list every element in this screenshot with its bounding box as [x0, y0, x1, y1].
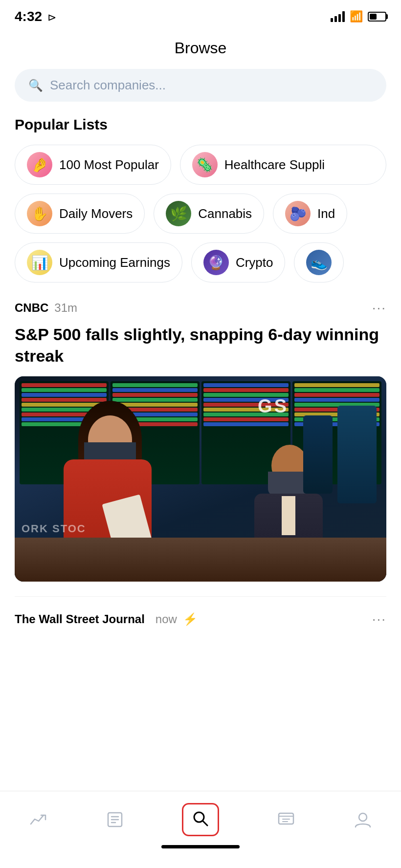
list-label-healthcare: Healthcare Suppli — [224, 157, 325, 173]
search-icon: 🔍 — [28, 79, 43, 92]
nav-item-profile[interactable] — [344, 806, 382, 833]
news-source-1: CNBC — [15, 301, 48, 315]
list-icon-healthcare: 🦠 — [192, 152, 218, 177]
search-highlight-box[interactable] — [182, 803, 219, 836]
news-image-scene: GS — [15, 376, 386, 582]
list-label-upcoming-earnings: Upcoming Earnings — [59, 255, 170, 270]
search-nav-icon — [191, 809, 210, 828]
battery-icon — [368, 12, 386, 22]
scene-sign: GS — [258, 396, 289, 417]
list-label-cannabis: Cannabis — [198, 206, 252, 221]
search-container: 🔍 Search companies... — [0, 69, 401, 116]
list-icon-crypto: 🔮 — [203, 250, 229, 275]
lightning-icon: ⚡ — [183, 612, 198, 626]
screen-right-1 — [337, 406, 377, 503]
watchlist-icon — [106, 810, 124, 829]
home-indicator-bar — [161, 845, 240, 848]
news-source-2: The Wall Street Journal — [15, 612, 145, 626]
nav-item-portfolio[interactable] — [19, 806, 57, 833]
lists-row-1: 🤌 100 Most Popular 🦠 Healthcare Suppli — [15, 145, 386, 185]
nav-items — [0, 799, 401, 840]
scene-text: ORK STOC — [22, 522, 86, 535]
search-input-placeholder[interactable]: Search companies... — [50, 78, 166, 93]
profile-icon — [354, 810, 372, 829]
news-time-2: now — [156, 612, 177, 626]
list-label-100-most-popular: 100 Most Popular — [59, 157, 159, 173]
news-item-1: CNBC 31m ··· S&P 500 falls slightly, sna… — [15, 300, 386, 597]
portfolio-icon — [29, 810, 47, 829]
svg-line-5 — [202, 821, 207, 825]
messages-icon — [277, 810, 295, 829]
search-bar[interactable]: 🔍 Search companies... — [15, 69, 386, 102]
list-item-healthcare[interactable]: 🦠 Healthcare Suppli — [180, 145, 386, 185]
news-section: CNBC 31m ··· S&P 500 falls slightly, sna… — [0, 282, 401, 627]
news-more-button-2[interactable]: ··· — [372, 611, 386, 627]
svg-point-10 — [359, 813, 367, 821]
nav-item-messages[interactable] — [267, 806, 305, 833]
list-icon-indie: 🫐 — [285, 201, 311, 226]
page-header: Browse — [0, 29, 401, 69]
list-label-indie: Ind — [317, 206, 335, 221]
lists-row-3: 📊 Upcoming Earnings 🔮 Crypto 👟 — [15, 242, 386, 282]
home-indicator — [0, 840, 401, 848]
news-time-1: 31m — [54, 301, 77, 315]
lists-row-2: ✋ Daily Movers 🌿 Cannabis 🫐 Ind — [15, 194, 386, 234]
popular-lists-grid: 🤌 100 Most Popular 🦠 Healthcare Suppli ✋… — [0, 145, 401, 282]
popular-lists-title: Popular Lists — [0, 116, 401, 145]
list-icon-extra: 👟 — [306, 250, 332, 275]
list-label-crypto: Crypto — [236, 255, 273, 270]
page-title: Browse — [175, 39, 227, 57]
list-item-cannabis[interactable]: 🌿 Cannabis — [154, 194, 264, 234]
list-item-100-most-popular[interactable]: 🤌 100 Most Popular — [15, 145, 171, 185]
list-icon-100-most-popular: 🤌 — [27, 152, 52, 177]
news-more-button-1[interactable]: ··· — [372, 300, 386, 316]
location-icon: ⊳ — [47, 11, 56, 23]
screen-right-2 — [303, 415, 333, 494]
signal-bars — [331, 11, 345, 22]
status-left: 4:32 ⊳ — [15, 9, 56, 24]
list-item-indie[interactable]: 🫐 Ind — [273, 194, 347, 234]
list-icon-upcoming-earnings: 📊 — [27, 250, 52, 275]
news-headline-1[interactable]: S&P 500 falls slightly, snapping 6-day w… — [15, 324, 386, 367]
list-item-daily-movers[interactable]: ✋ Daily Movers — [15, 194, 145, 234]
status-icons: 📶 — [331, 10, 386, 23]
list-item-upcoming-earnings[interactable]: 📊 Upcoming Earnings — [15, 242, 182, 282]
scene-desk — [15, 538, 386, 582]
news-source-row-1: CNBC 31m — [15, 301, 77, 315]
news-meta-2: The Wall Street Journal now ⚡ ··· — [15, 611, 386, 627]
status-bar: 4:32 ⊳ 📶 — [0, 0, 401, 29]
list-item-extra[interactable]: 👟 — [294, 242, 344, 282]
news-source-row-2: The Wall Street Journal now ⚡ — [15, 612, 198, 626]
nav-item-watchlist[interactable] — [96, 806, 134, 833]
news-item-2: The Wall Street Journal now ⚡ ··· — [15, 597, 386, 627]
wifi-icon: 📶 — [350, 10, 363, 23]
list-label-daily-movers: Daily Movers — [59, 206, 133, 221]
nav-item-search[interactable] — [172, 799, 229, 840]
news-meta-1: CNBC 31m ··· — [15, 300, 386, 316]
list-item-crypto[interactable]: 🔮 Crypto — [191, 242, 286, 282]
bottom-nav — [0, 791, 401, 868]
news-image-1: GS — [15, 376, 386, 582]
list-icon-daily-movers: ✋ — [27, 201, 52, 226]
list-icon-cannabis: 🌿 — [166, 201, 191, 226]
status-time: 4:32 — [15, 9, 42, 24]
